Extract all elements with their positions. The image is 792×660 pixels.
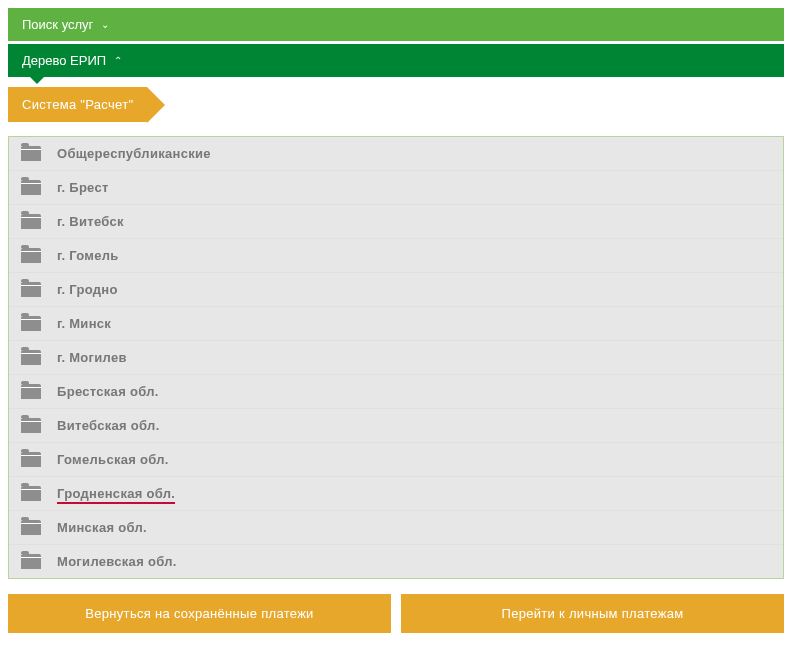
tree-item[interactable]: Гомельская обл.: [9, 443, 783, 477]
personal-payments-label: Перейти к личным платежам: [502, 606, 684, 621]
tree-item-label: г. Гродно: [57, 282, 118, 297]
tree-item-label: Минская обл.: [57, 520, 147, 535]
tree-item-label: г. Минск: [57, 316, 111, 331]
folder-icon: [21, 146, 41, 161]
tree-item-label: Общереспубликанские: [57, 146, 211, 161]
back-to-saved-button[interactable]: Вернуться на сохранённые платежи: [8, 594, 391, 633]
tree-item-label: г. Могилев: [57, 350, 127, 365]
tree-item[interactable]: г. Гомель: [9, 239, 783, 273]
tree-item[interactable]: г. Минск: [9, 307, 783, 341]
folder-icon: [21, 520, 41, 535]
search-services-bar[interactable]: Поиск услуг ⌄: [8, 8, 784, 41]
folder-icon: [21, 452, 41, 467]
back-to-saved-label: Вернуться на сохранённые платежи: [85, 606, 313, 621]
folder-icon: [21, 554, 41, 569]
folder-icon: [21, 180, 41, 195]
folder-icon: [21, 282, 41, 297]
folder-icon: [21, 214, 41, 229]
folder-icon: [21, 316, 41, 331]
tree-item[interactable]: Витебская обл.: [9, 409, 783, 443]
chevron-up-icon: ⌃: [114, 56, 122, 66]
tree-item-label: г. Гомель: [57, 248, 119, 263]
tree-item[interactable]: г. Гродно: [9, 273, 783, 307]
footer-buttons: Вернуться на сохранённые платежи Перейти…: [8, 594, 784, 633]
tree-item[interactable]: Общереспубликанские: [9, 137, 783, 171]
erip-tree-label: Дерево ЕРИП: [22, 53, 106, 68]
breadcrumb-root-label: Система "Расчет": [22, 97, 133, 112]
folder-icon: [21, 486, 41, 501]
tree-item-label: Гродненская обл.: [57, 486, 175, 501]
tree-item-label: Витебская обл.: [57, 418, 160, 433]
breadcrumb-root[interactable]: Система "Расчет": [8, 87, 147, 122]
tree-container: Общереспубликанскиег. Брестг. Витебскг. …: [8, 136, 784, 579]
tree-item[interactable]: Могилевская обл.: [9, 545, 783, 578]
breadcrumb: Система "Расчет": [8, 87, 784, 122]
erip-tree-bar[interactable]: Дерево ЕРИП ⌃: [8, 44, 784, 77]
chevron-down-icon: ⌄: [101, 20, 109, 30]
tree-item-label: г. Брест: [57, 180, 109, 195]
tree-item[interactable]: г. Могилев: [9, 341, 783, 375]
tree-item[interactable]: Брестская обл.: [9, 375, 783, 409]
tree-item[interactable]: г. Брест: [9, 171, 783, 205]
folder-icon: [21, 350, 41, 365]
tree-item-label: г. Витебск: [57, 214, 124, 229]
tree-item-label: Брестская обл.: [57, 384, 159, 399]
folder-icon: [21, 248, 41, 263]
tree-item-label: Гомельская обл.: [57, 452, 169, 467]
tree-item[interactable]: Гродненская обл.: [9, 477, 783, 511]
tree-item[interactable]: Минская обл.: [9, 511, 783, 545]
personal-payments-button[interactable]: Перейти к личным платежам: [401, 594, 784, 633]
folder-icon: [21, 418, 41, 433]
search-services-label: Поиск услуг: [22, 17, 93, 32]
folder-icon: [21, 384, 41, 399]
tree-item[interactable]: г. Витебск: [9, 205, 783, 239]
tree-item-label: Могилевская обл.: [57, 554, 177, 569]
